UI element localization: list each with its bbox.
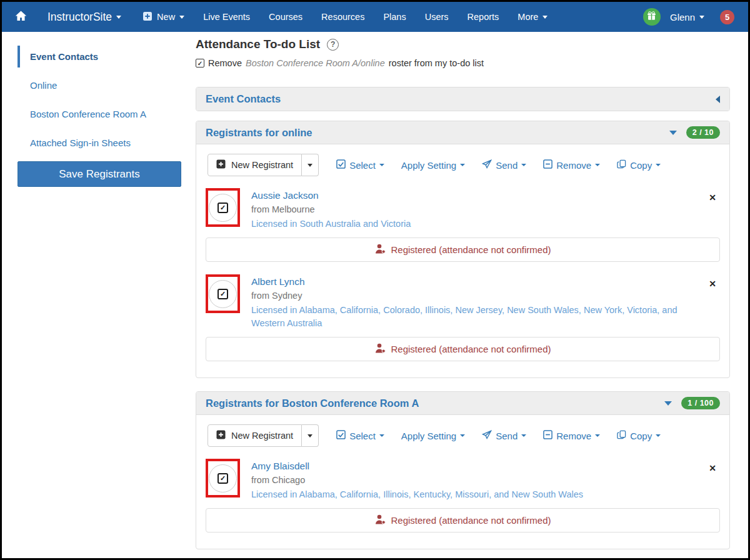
registrant-licensed: Licensed in Alabama, California, Illinoi…	[251, 488, 686, 501]
nav-item-label: Reports	[468, 12, 499, 22]
copy-menu[interactable]: Copy	[617, 430, 661, 441]
remove-menu[interactable]: Remove	[543, 159, 600, 171]
panel-title: Event Contacts	[206, 93, 281, 105]
registrant-info: Aussie Jackson from Melbourne Licensed i…	[244, 188, 699, 231]
plus-square-dark-icon	[216, 159, 226, 171]
minus-square-icon	[543, 430, 552, 441]
registrant-name-link[interactable]: Amy Blaisdell	[251, 461, 309, 472]
sidebar: Event Contacts Online Boston Conference …	[2, 32, 196, 558]
panel-registrants-online: Registrants for online 2 / 10	[196, 121, 730, 378]
apply-setting-menu[interactable]: Apply Setting	[401, 431, 465, 441]
remove-menu[interactable]: Remove	[543, 430, 600, 441]
gift-icon	[647, 11, 656, 23]
user-menu[interactable]: Glenn	[670, 12, 704, 22]
close-icon[interactable]: ✕	[709, 188, 720, 231]
collapse-down-arrow-icon[interactable]	[664, 401, 672, 406]
minus-square-icon	[543, 159, 552, 171]
panel-header-registrants-online[interactable]: Registrants for online 2 / 10	[196, 121, 729, 144]
panel-header-registrants-boston[interactable]: Registrants for Boston Conference Room A…	[196, 392, 729, 415]
nav-item-courses[interactable]: Courses	[269, 12, 302, 22]
sidebar-item-boston-conference-room-a[interactable]: Boston Conference Room A	[18, 103, 196, 125]
registrant-name-link[interactable]: Aussie Jackson	[251, 190, 319, 201]
registrant-licensed: Licensed in South Australia and Victoria	[251, 218, 686, 231]
notification-badge[interactable]: 5	[720, 10, 734, 24]
collapse-down-arrow-icon[interactable]	[669, 131, 677, 135]
chevron-down-icon	[656, 434, 661, 437]
remove-label: Remove	[556, 160, 591, 171]
page-layout: Event Contacts Online Boston Conference …	[2, 32, 748, 558]
sidebar-item-attached-sign-in-sheets[interactable]: Attached Sign-in Sheets	[18, 132, 196, 154]
chevron-down-icon	[179, 16, 184, 19]
sidebar-item-event-contacts[interactable]: Event Contacts	[18, 46, 196, 68]
new-registrant-button[interactable]: New Registrant	[208, 424, 302, 447]
copy-label: Copy	[630, 160, 652, 171]
top-navbar: InstructorSite New Live Events Courses R…	[2, 2, 748, 32]
registrant-from: from Sydney	[251, 291, 686, 301]
panel-body: New Registrant Select Apply Setting	[196, 415, 729, 549]
plus-square-icon	[142, 11, 152, 23]
status-text: Registered (attendance not confirmed)	[391, 344, 551, 354]
registrant-row: ✓ Albert Lynch from Sydney Licensed in A…	[206, 270, 720, 361]
close-icon[interactable]: ✕	[709, 459, 720, 501]
registrant-toolbar: New Registrant Select Apply Setting	[206, 420, 720, 454]
panel-event-contacts: Event Contacts	[196, 87, 730, 111]
registrant-count-badge: 2 / 10	[686, 126, 720, 139]
collapse-left-arrow-icon[interactable]	[716, 96, 720, 103]
nav-item-resources[interactable]: Resources	[321, 12, 364, 22]
close-icon[interactable]: ✕	[709, 274, 720, 330]
nav-item-reports[interactable]: Reports	[468, 12, 499, 22]
apply-setting-menu[interactable]: Apply Setting	[401, 160, 465, 171]
registrant-select-checkbox[interactable]: ✓	[209, 464, 237, 492]
panel-header-event-contacts[interactable]: Event Contacts	[196, 88, 729, 111]
help-icon[interactable]: ?	[327, 39, 339, 51]
nav-item-live-events[interactable]: Live Events	[203, 12, 250, 22]
chevron-down-icon	[460, 164, 465, 166]
new-registrant-button[interactable]: New Registrant	[208, 154, 302, 176]
brand-label: InstructorSite	[48, 11, 112, 24]
registered-person-icon	[375, 343, 386, 355]
registrant-select-checkbox[interactable]: ✓	[209, 280, 237, 308]
registered-person-icon	[375, 514, 386, 526]
nav-item-label: Resources	[321, 12, 364, 22]
nav-item-plans[interactable]: Plans	[383, 12, 406, 22]
home-button[interactable]	[14, 9, 28, 25]
registrant-info: Albert Lynch from Sydney Licensed in Ala…	[244, 274, 699, 330]
copy-label: Copy	[630, 431, 652, 441]
nav-item-users[interactable]: Users	[425, 12, 449, 22]
sidebar-item-online[interactable]: Online	[18, 74, 196, 96]
panel-body: New Registrant Select Apply Setting	[196, 144, 729, 378]
registration-status: Registered (attendance not confirmed)	[206, 337, 720, 361]
save-registrants-button[interactable]: Save Registrants	[18, 161, 181, 187]
checked-checkbox-icon: ✓	[218, 202, 228, 213]
nav-item-more[interactable]: More	[518, 12, 548, 22]
checked-checkbox-icon: ✓	[218, 473, 228, 484]
send-menu[interactable]: Send	[482, 159, 526, 171]
nav-item-label: Courses	[269, 12, 302, 22]
new-registrant-dropdown-toggle[interactable]	[302, 154, 319, 176]
panel-title: Registrants for Boston Conference Room A	[206, 398, 419, 409]
apply-setting-label: Apply Setting	[401, 431, 456, 441]
nav-item-new[interactable]: New	[142, 11, 184, 23]
remove-roster-checkbox[interactable]: ✓	[196, 59, 204, 68]
chevron-down-icon	[595, 164, 600, 166]
page-header: Attendance To-do List ?	[196, 38, 730, 51]
copy-icon	[617, 159, 626, 171]
select-menu[interactable]: Select	[336, 159, 384, 171]
registrant-name-link[interactable]: Albert Lynch	[251, 276, 305, 288]
send-menu[interactable]: Send	[482, 430, 526, 442]
copy-menu[interactable]: Copy	[617, 159, 661, 171]
home-icon	[14, 9, 28, 25]
new-registrant-dropdown-toggle[interactable]	[302, 424, 319, 447]
todo-text-prefix: Remove	[208, 58, 242, 68]
chevron-down-icon	[542, 16, 548, 19]
select-menu[interactable]: Select	[336, 430, 384, 441]
navbar-right-group: Glenn 5	[643, 8, 734, 26]
checkbox-icon	[336, 430, 346, 441]
rewards-button[interactable]	[643, 8, 661, 26]
registrant-from: from Chicago	[251, 475, 686, 485]
registrant-select-checkbox[interactable]: ✓	[209, 194, 237, 222]
brand-menu[interactable]: InstructorSite	[48, 11, 121, 24]
registrant-toolbar: New Registrant Select Apply Setting	[206, 149, 720, 184]
user-name: Glenn	[670, 12, 695, 22]
copy-icon	[617, 430, 626, 441]
